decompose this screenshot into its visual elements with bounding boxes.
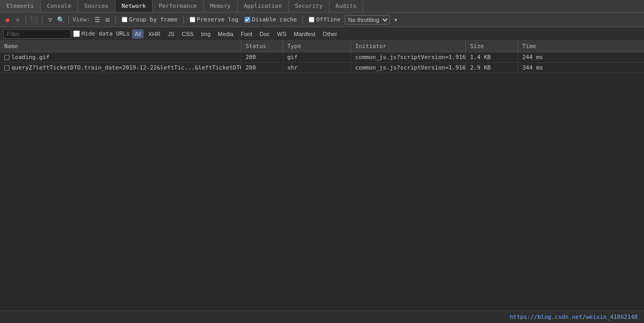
row-1-type: gif [283, 52, 351, 62]
view-label: View: [73, 16, 90, 23]
offline-label[interactable]: Offline [309, 16, 340, 23]
row-1-initiator: common_js.js?scriptVersion=1.9167:for... [351, 52, 466, 62]
tab-network[interactable]: Network [115, 0, 153, 12]
manifest-filter-button[interactable]: Manifest [291, 30, 318, 38]
offline-checkbox[interactable] [309, 17, 314, 22]
row-1-time: 244 ms [518, 52, 644, 62]
filter-icon[interactable]: ▽ [46, 16, 54, 24]
header-time[interactable]: Time [518, 41, 644, 52]
table-body: loading.gif 200 gif common_js.js?scriptV… [0, 52, 644, 310]
row-2-name: queryZ?leftTicketDTO.train_date=2019-12-… [0, 63, 241, 73]
row-2-status: 200 [241, 63, 283, 73]
offline-group: Offline [309, 16, 340, 23]
throttle-dropdown-icon[interactable]: ▾ [392, 16, 400, 24]
disable-cache-checkbox[interactable] [244, 17, 250, 22]
throttle-select[interactable]: No throttling [345, 15, 390, 25]
doc-filter-button[interactable]: Doc [257, 30, 273, 38]
record-button[interactable]: ● [3, 16, 11, 24]
row-1-name: loading.gif [0, 52, 241, 62]
camera-icon[interactable]: ⬛ [30, 16, 38, 24]
separator-3 [68, 16, 69, 24]
row-2-size: 2.9 KB [466, 63, 518, 73]
header-status[interactable]: Status [241, 41, 283, 52]
header-size[interactable]: Size [466, 41, 518, 52]
header-name[interactable]: Name [0, 41, 241, 52]
hide-data-urls-label[interactable]: Hide data URLs [73, 30, 130, 37]
file-icon [4, 55, 9, 60]
preserve-log-label[interactable]: Preserve log [190, 16, 238, 23]
separator-4 [115, 16, 116, 24]
status-url: https://blog.csdn.net/weixin_41862148 [510, 314, 638, 320]
filter-input[interactable] [3, 29, 71, 39]
tab-elements[interactable]: Elements [0, 0, 41, 12]
table-header: Name Status Type Initiator Size Time [0, 41, 644, 52]
hide-data-urls-group: Hide data URLs [73, 30, 130, 37]
group-by-frame-group: Group by frame [122, 16, 178, 23]
js-filter-button[interactable]: JS [165, 30, 177, 38]
group-by-frame-label[interactable]: Group by frame [122, 16, 178, 23]
preserve-log-group: Preserve log [190, 16, 238, 23]
css-filter-button[interactable]: CSS [179, 30, 196, 38]
filter-bar: Hide data URLs All XHR JS CSS Img Media … [0, 27, 644, 41]
tab-audits[interactable]: Audits [330, 0, 364, 12]
all-filter-button[interactable]: All [132, 29, 144, 39]
separator-5 [183, 16, 184, 24]
font-filter-button[interactable]: Font [238, 30, 255, 38]
table-row[interactable]: queryZ?leftTicketDTO.train_date=2019-12-… [0, 63, 644, 73]
separator-6 [302, 16, 303, 24]
disable-cache-label[interactable]: Disable cache [244, 16, 297, 23]
tab-sources[interactable]: Sources [78, 0, 115, 12]
separator-1 [26, 16, 26, 24]
header-initiator[interactable]: Initiator [351, 41, 466, 52]
clear-button[interactable]: ⊘ [14, 16, 22, 24]
preserve-log-checkbox[interactable] [190, 17, 195, 22]
row-1-status: 200 [241, 52, 283, 62]
media-filter-button[interactable]: Media [215, 30, 236, 38]
row-2-time: 344 ms [518, 63, 644, 73]
file-icon [4, 65, 9, 71]
row-2-initiator: common_js.js?scriptVersion=1.9167:for... [351, 63, 466, 73]
tab-performance[interactable]: Performance [153, 0, 204, 12]
ws-filter-button[interactable]: WS [275, 30, 289, 38]
toolbar: ● ⊘ ⬛ ▽ 🔍 View: ☰ ⊟ Group by frame Prese… [0, 13, 644, 27]
tab-bar: Elements Console Sources Network Perform… [0, 0, 644, 13]
other-filter-button[interactable]: Other [320, 30, 340, 38]
status-bar: https://blog.csdn.net/weixin_41862148 [0, 310, 644, 323]
large-rows-icon[interactable]: ⊟ [103, 16, 112, 24]
row-2-type: xhr [283, 63, 351, 73]
list-view-icon[interactable]: ☰ [93, 16, 101, 24]
tab-memory[interactable]: Memory [204, 0, 238, 12]
xhr-filter-button[interactable]: XHR [146, 30, 163, 38]
img-filter-button[interactable]: Img [198, 30, 213, 38]
header-type[interactable]: Type [283, 41, 351, 52]
disable-cache-group: Disable cache [244, 16, 297, 23]
row-1-size: 1.4 KB [466, 52, 518, 62]
group-by-frame-checkbox[interactable] [122, 17, 127, 22]
hide-data-urls-checkbox[interactable] [73, 30, 80, 37]
tab-security[interactable]: Security [289, 0, 330, 12]
tab-console[interactable]: Console [41, 0, 78, 12]
table-row[interactable]: loading.gif 200 gif common_js.js?scriptV… [0, 52, 644, 63]
tab-application[interactable]: Application [238, 0, 289, 12]
separator-2 [42, 16, 42, 24]
search-icon[interactable]: 🔍 [56, 16, 65, 24]
